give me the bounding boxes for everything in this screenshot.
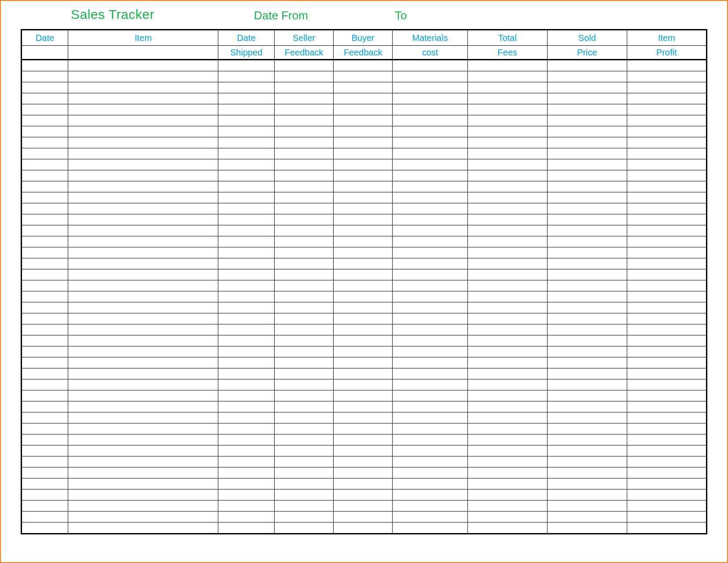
cell[interactable] [393,335,467,346]
table-row[interactable] [22,247,707,258]
cell[interactable] [627,181,706,192]
cell[interactable] [467,511,547,523]
cell[interactable] [627,302,706,313]
cell[interactable] [218,401,275,412]
cell[interactable] [218,60,275,71]
cell[interactable] [467,225,547,236]
cell[interactable] [547,126,627,137]
cell[interactable] [68,126,218,137]
cell[interactable] [275,478,334,489]
cell[interactable] [467,412,547,423]
cell[interactable] [22,401,68,412]
cell[interactable] [334,269,393,280]
cell[interactable] [275,368,334,379]
cell[interactable] [275,192,334,203]
cell[interactable] [334,412,393,423]
cell[interactable] [68,148,218,159]
cell[interactable] [275,159,334,170]
cell[interactable] [68,159,218,170]
cell[interactable] [218,247,275,258]
cell[interactable] [22,489,68,500]
cell[interactable] [627,434,706,445]
cell[interactable] [68,104,218,115]
cell[interactable] [547,489,627,500]
cell[interactable] [275,60,334,71]
cell[interactable] [467,423,547,434]
cell[interactable] [627,137,706,148]
cell[interactable] [68,434,218,445]
cell[interactable] [68,203,218,214]
cell[interactable] [275,148,334,159]
cell[interactable] [68,225,218,236]
cell[interactable] [393,269,467,280]
cell[interactable] [334,247,393,258]
cell[interactable] [334,379,393,390]
cell[interactable] [627,291,706,302]
cell[interactable] [547,203,627,214]
cell[interactable] [275,82,334,93]
cell[interactable] [334,280,393,291]
cell[interactable] [275,445,334,456]
cell[interactable] [467,456,547,467]
cell[interactable] [275,236,334,247]
cell[interactable] [627,60,706,71]
cell[interactable] [68,181,218,192]
cell[interactable] [22,335,68,346]
cell[interactable] [547,412,627,423]
cell[interactable] [547,269,627,280]
table-row[interactable] [22,181,707,192]
cell[interactable] [393,467,467,478]
cell[interactable] [334,104,393,115]
cell[interactable] [22,236,68,247]
table-row[interactable] [22,467,707,478]
cell[interactable] [627,346,706,357]
cell[interactable] [393,357,467,368]
cell[interactable] [275,203,334,214]
cell[interactable] [334,60,393,71]
cell[interactable] [22,203,68,214]
cell[interactable] [467,434,547,445]
cell[interactable] [218,115,275,126]
cell[interactable] [547,511,627,523]
cell[interactable] [467,291,547,302]
cell[interactable] [627,489,706,500]
cell[interactable] [275,291,334,302]
cell[interactable] [218,82,275,93]
cell[interactable] [547,478,627,489]
cell[interactable] [627,236,706,247]
cell[interactable] [547,346,627,357]
cell[interactable] [467,467,547,478]
cell[interactable] [467,115,547,126]
cell[interactable] [547,523,627,534]
cell[interactable] [393,247,467,258]
cell[interactable] [68,247,218,258]
cell[interactable] [22,456,68,467]
cell[interactable] [393,236,467,247]
cell[interactable] [627,126,706,137]
cell[interactable] [334,170,393,181]
cell[interactable] [393,280,467,291]
cell[interactable] [547,302,627,313]
cell[interactable] [22,104,68,115]
cell[interactable] [627,379,706,390]
cell[interactable] [275,181,334,192]
cell[interactable] [627,357,706,368]
cell[interactable] [627,445,706,456]
cell[interactable] [68,401,218,412]
cell[interactable] [393,82,467,93]
cell[interactable] [218,214,275,225]
cell[interactable] [627,225,706,236]
cell[interactable] [547,280,627,291]
cell[interactable] [22,82,68,93]
cell[interactable] [334,225,393,236]
table-row[interactable] [22,280,707,291]
cell[interactable] [22,71,68,82]
cell[interactable] [467,247,547,258]
cell[interactable] [275,247,334,258]
cell[interactable] [68,313,218,324]
cell[interactable] [467,181,547,192]
cell[interactable] [547,500,627,511]
cell[interactable] [218,523,275,534]
cell[interactable] [627,115,706,126]
cell[interactable] [467,236,547,247]
